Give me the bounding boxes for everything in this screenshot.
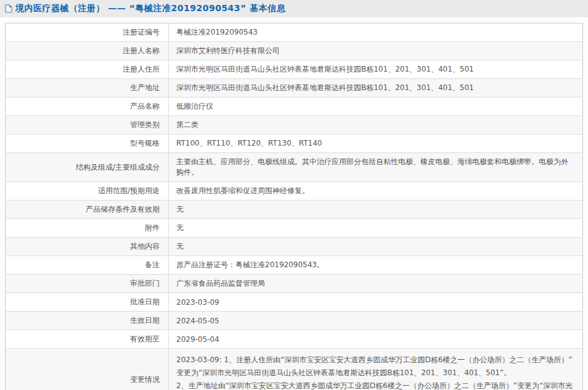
table-row: 注册人住所深圳市光明区马田街道马山头社区钟表基地君斯达科技园B栋101、201、…: [6, 60, 583, 79]
row-label: 结构及组成/主要组成成分: [6, 153, 169, 182]
row-value-text: 无: [176, 205, 184, 214]
info-table: 注册证编号粤械注准20192090543注册人名称深圳市艾利特医疗科技有限公司注…: [5, 23, 583, 390]
table-row: 其他内容无: [6, 238, 583, 256]
change-paragraph: 2、生产地址由“深圳市宝安区宝安大道西乡固成华万工业园D栋6楼之一（办公场所）之…: [176, 380, 574, 390]
table-row: 注册证编号粤械注准20192090543: [6, 23, 583, 42]
table-row: 管理类别第二类: [6, 116, 583, 135]
row-label: 审批部门: [6, 275, 169, 293]
row-label: 产品名称: [6, 98, 169, 116]
row-label-text: 注册人住所: [123, 65, 160, 73]
row-value: 2029-05-04: [169, 330, 583, 349]
row-label: 有效期至: [6, 330, 169, 349]
row-label-text: 有效期至: [130, 334, 160, 343]
table-row: 审批部门广东省食品药品监督管理局: [6, 275, 583, 293]
table-row: 产品储存条件及有效期无: [6, 201, 583, 219]
row-value: 低频治疗仪: [169, 98, 583, 116]
row-value-text: 改善废用性肌萎缩和促进周围神经修复。: [176, 186, 309, 195]
row-label: 变更情况: [6, 349, 169, 390]
table-row: 备注原产品注册证号：粤械注准20192090543。: [6, 256, 583, 275]
document-icon: [5, 4, 12, 13]
table-row: 批准日期2023-03-09: [6, 293, 583, 312]
row-label-text: 变更情况: [130, 375, 160, 384]
table-row: 附件无: [6, 219, 583, 238]
table-row: 有效期至2029-05-04: [6, 330, 583, 349]
row-value: 粤械注准20192090543: [169, 23, 583, 42]
row-label-text: 其他内容: [130, 242, 160, 251]
row-value: 改善废用性肌萎缩和促进周围神经修复。: [169, 182, 583, 201]
row-label-text: 生产地址: [130, 83, 160, 92]
row-value: 无: [169, 201, 583, 219]
row-value-text: 原产品注册证号：粤械注准20192090543。: [176, 260, 324, 269]
page: { "header": { "title": "境内医疗器械（注册） —— “粤…: [0, 0, 588, 390]
row-value: 深圳市光明区马田街道马山头社区钟表基地君斯达科技园B栋101、201、301、4…: [169, 79, 583, 98]
row-label: 备注: [6, 256, 169, 275]
table-row: 生效日期2024-05-05: [6, 312, 583, 330]
row-label-text: 产品名称: [130, 102, 160, 110]
row-label: 生效日期: [6, 312, 169, 330]
row-value-text: 深圳市光明区马田街道马山头社区钟表基地君斯达科技园B栋101、201、301、4…: [176, 65, 474, 73]
row-label-text: 备注: [145, 260, 160, 269]
row-value-text: RT100、RT110、RT120、RT130、RT140: [176, 139, 322, 147]
row-value-text: 无: [176, 242, 184, 251]
row-label: 管理类别: [6, 116, 169, 135]
row-label-text: 审批部门: [130, 279, 160, 288]
row-label-text: 产品储存条件及有效期: [86, 205, 160, 214]
row-label-text: 附件: [145, 223, 160, 232]
info-table-body: 注册证编号粤械注准20192090543注册人名称深圳市艾利特医疗科技有限公司注…: [6, 23, 583, 390]
table-row: 生产地址深圳市光明区马田街道马山头社区钟表基地君斯达科技园B栋101、201、3…: [6, 79, 583, 98]
row-value: 2024-05-05: [169, 312, 583, 330]
row-label: 注册人名称: [6, 42, 169, 60]
change-paragraph: 2023-03-09: 1、注册人住所由“深圳市宝安区宝安大道西乡固成华万工业园…: [176, 354, 574, 380]
row-value: 主要由主机、应用部分、电极线组成。其中治疗应用部分包括自粘性电极、橡皮电极、海绵…: [169, 153, 583, 182]
row-label-text: 结构及组成/主要组成成分: [76, 163, 160, 172]
table-row: 结构及组成/主要组成成分主要由主机、应用部分、电极线组成。其中治疗应用部分包括自…: [6, 153, 583, 182]
table-row: 产品名称低频治疗仪: [6, 98, 583, 116]
row-value: 2023-03-09: [169, 293, 583, 312]
row-value: 无: [169, 219, 583, 238]
row-label-text: 适用范围/预期用途: [98, 186, 160, 195]
row-label: 注册证编号: [6, 23, 169, 42]
row-label: 生产地址: [6, 79, 169, 98]
row-label-text: 注册证编号: [123, 28, 160, 36]
row-value-text: 广东省食品药品监督管理局: [176, 279, 265, 288]
row-value: 第二类: [169, 116, 583, 135]
row-label-text: 型号规格: [130, 139, 160, 147]
row-value-text: 2024-05-05: [176, 317, 219, 325]
row-label: 附件: [6, 219, 169, 238]
row-label-text: 管理类别: [130, 120, 160, 129]
row-value: 原产品注册证号：粤械注准20192090543。: [169, 256, 583, 275]
row-value: 2023-03-09: 1、注册人住所由“深圳市宝安区宝安大道西乡固成华万工业园…: [169, 349, 583, 390]
row-label: 适用范围/预期用途: [6, 182, 169, 201]
table-row: 变更情况2023-03-09: 1、注册人住所由“深圳市宝安区宝安大道西乡固成华…: [6, 349, 583, 390]
row-value-text: 深圳市艾利特医疗科技有限公司: [176, 46, 280, 55]
row-label: 产品储存条件及有效期: [6, 201, 169, 219]
row-value-text: 无: [176, 223, 184, 232]
row-label-text: 生效日期: [130, 316, 160, 325]
row-label: 批准日期: [6, 293, 169, 312]
row-label: 其他内容: [6, 238, 169, 256]
row-label: 注册人住所: [6, 60, 169, 79]
row-value-text: 深圳市光明区马田街道马山头社区钟表基地君斯达科技园B栋101、201、301、4…: [176, 83, 474, 92]
row-value-text: 2023-03-09: [176, 298, 219, 307]
row-value-text: 主要由主机、应用部分、电极线组成。其中治疗应用部分包括自粘性电极、橡皮电极、海绵…: [176, 157, 568, 176]
table-row: 注册人名称深圳市艾利特医疗科技有限公司: [6, 42, 583, 60]
row-value: 深圳市艾利特医疗科技有限公司: [169, 42, 583, 60]
row-label: 型号规格: [6, 135, 169, 153]
row-value-text: 低频治疗仪: [176, 102, 213, 110]
row-value-text: 2029-05-04: [176, 335, 219, 344]
table-row: 型号规格RT100、RT110、RT120、RT130、RT140: [6, 135, 583, 153]
page-header: 境内医疗器械（注册） —— “粤械注准20192090543” 基本信息: [0, 0, 588, 17]
row-value: 无: [169, 238, 583, 256]
page-title: 境内医疗器械（注册） —— “粤械注准20192090543” 基本信息: [15, 3, 285, 14]
row-value: 深圳市光明区马田街道马山头社区钟表基地君斯达科技园B栋101、201、301、4…: [169, 60, 583, 79]
row-value: 广东省食品药品监督管理局: [169, 275, 583, 293]
row-value-text: 第二类: [176, 120, 198, 129]
row-value-text: 粤械注准20192090543: [176, 28, 258, 36]
row-label-text: 注册人名称: [123, 46, 160, 55]
row-label-text: 批准日期: [130, 297, 160, 306]
row-value: RT100、RT110、RT120、RT130、RT140: [169, 135, 583, 153]
table-row: 适用范围/预期用途改善废用性肌萎缩和促进周围神经修复。: [6, 182, 583, 201]
